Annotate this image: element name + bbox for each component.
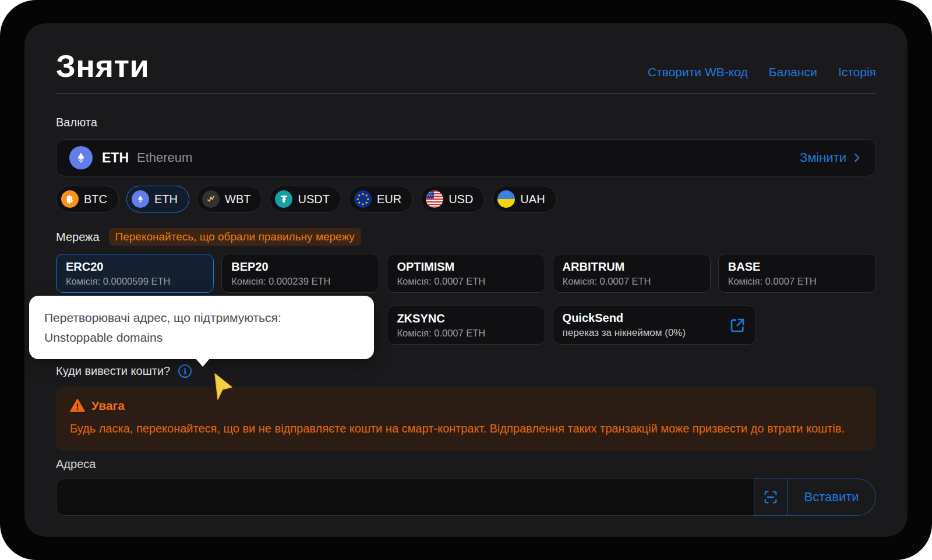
chip-eth[interactable]: ETH xyxy=(126,186,189,212)
network-fee: Комісія: 0.0000599 ETH xyxy=(66,276,204,287)
chip-usdt-label: USDT xyxy=(298,193,329,206)
btc-icon: ฿ xyxy=(61,190,79,208)
network-fee: Комісія: 0.000239 ETH xyxy=(231,276,369,287)
external-link-icon xyxy=(729,317,746,334)
uah-flag-icon xyxy=(497,190,515,208)
mouse-cursor xyxy=(210,373,235,402)
network-card-optimism[interactable]: OPTIMISM Комісія: 0.0007 ETH xyxy=(387,254,545,293)
paste-button[interactable]: Вставити xyxy=(788,479,876,516)
chip-wbt[interactable]: WBT xyxy=(197,186,262,212)
selected-currency-name: Ethereum xyxy=(137,150,192,165)
currency-selector[interactable]: ETH Ethereum Змінити xyxy=(56,139,876,176)
eth-icon xyxy=(69,146,93,169)
tooltip-line-2: Unstoppable domains xyxy=(44,328,359,348)
chip-eth-label: ETH xyxy=(154,193,178,206)
network-card-bep20[interactable]: BEP20 Комісія: 0.000239 ETH xyxy=(221,254,379,293)
network-name: QuickSend xyxy=(563,311,686,325)
change-currency-button[interactable]: Змінити xyxy=(800,150,863,165)
address-row: Вставити xyxy=(56,479,876,516)
tooltip-arrow xyxy=(196,359,210,367)
network-card-arbitrum[interactable]: ARBITRUM Комісія: 0.0007 ETH xyxy=(553,254,711,293)
destination-row: Куди вивести кошти? i xyxy=(56,364,876,378)
destination-question: Куди вивести кошти? xyxy=(56,364,170,378)
nav-link-balances[interactable]: Баланси xyxy=(769,65,817,79)
chip-eur[interactable]: EUR xyxy=(349,186,413,212)
info-icon[interactable]: i xyxy=(178,364,192,378)
network-card-erc20[interactable]: ERC20 Комісія: 0.0000599 ETH xyxy=(56,254,214,293)
network-card-base[interactable]: BASE Комісія: 0.0007 ETH xyxy=(718,254,876,293)
chip-usd[interactable]: USD xyxy=(421,186,485,212)
page-title: Зняти xyxy=(56,48,149,84)
chip-uah-label: UAH xyxy=(520,193,545,206)
header-divider xyxy=(56,93,876,94)
eur-flag-icon xyxy=(354,190,372,208)
wbt-icon xyxy=(202,190,220,208)
chip-usdt[interactable]: ₮ USDT xyxy=(270,186,341,212)
qr-scan-icon xyxy=(762,489,779,505)
nav-links: Створити WB-код Баланси Історія xyxy=(648,65,876,84)
header: Зняти Створити WB-код Баланси Історія xyxy=(56,23,876,84)
chip-btc[interactable]: ฿ BTC xyxy=(56,186,119,212)
nav-link-create-wb-code[interactable]: Створити WB-код xyxy=(648,65,748,79)
selected-currency-ticker: ETH xyxy=(102,150,129,166)
warning-title: Увага xyxy=(91,399,125,413)
warning-header: Увага xyxy=(70,399,862,413)
address-input[interactable] xyxy=(56,479,754,516)
currency-label: Валюта xyxy=(56,116,876,129)
network-name: BEP20 xyxy=(231,260,369,274)
network-label: Мережа xyxy=(56,231,100,244)
network-name: ERC20 xyxy=(66,260,204,274)
network-card-zksync[interactable]: ZKSYNC Комісія: 0.0007 ETH xyxy=(387,306,545,345)
chip-usd-label: USD xyxy=(449,193,473,206)
network-fee: Комісія: 0.0007 ETH xyxy=(397,328,535,339)
network-name: BASE xyxy=(728,260,866,274)
network-name: ZKSYNC xyxy=(397,312,535,325)
chip-eur-label: EUR xyxy=(377,193,401,206)
network-name: ARBITRUM xyxy=(563,260,701,274)
withdraw-screen: Зняти Створити WB-код Баланси Історія Ва… xyxy=(24,23,908,537)
qr-scan-button[interactable] xyxy=(754,479,788,516)
device-frame: Зняти Створити WB-код Баланси Історія Ва… xyxy=(0,0,932,560)
warning-triangle-icon xyxy=(70,399,85,413)
eth-icon xyxy=(132,190,149,208)
network-card-quicksend[interactable]: QuickSend переказ за нікнеймом (0%) xyxy=(553,306,756,345)
change-currency-label: Змінити xyxy=(800,150,846,165)
usdt-icon: ₮ xyxy=(275,190,292,208)
network-fee: переказ за нікнеймом (0%) xyxy=(563,327,686,339)
chip-wbt-label: WBT xyxy=(225,193,250,206)
network-fee: Комісія: 0.0007 ETH xyxy=(563,276,701,287)
warning-body: Будь ласка, переконайтеся, що ви не відп… xyxy=(70,420,845,438)
nav-link-history[interactable]: Історія xyxy=(838,65,876,79)
paste-button-label: Вставити xyxy=(804,490,859,505)
network-fee: Комісія: 0.0007 ETH xyxy=(728,276,866,287)
usd-flag-icon xyxy=(426,190,443,208)
warning-banner: Увага Будь ласка, переконайтеся, що ви н… xyxy=(56,387,876,451)
tooltip-line-1: Перетворювачі адрес, що підтримуються: xyxy=(44,308,359,328)
network-fee: Комісія: 0.0007 ETH xyxy=(397,276,535,287)
chip-btc-label: BTC xyxy=(84,193,107,206)
network-warning-badge: Переконайтесь, що обрали правильну мереж… xyxy=(109,228,361,246)
currency-chips: ฿ BTC ETH WBT ₮ USDT xyxy=(56,186,876,212)
address-label: Адреса xyxy=(56,458,876,471)
network-name: OPTIMISM xyxy=(397,260,535,274)
chevron-right-icon xyxy=(851,152,863,164)
network-row: Мережа Переконайтесь, що обрали правильн… xyxy=(56,228,876,246)
address-converters-tooltip: Перетворювачі адрес, що підтримуються: U… xyxy=(29,296,374,359)
chip-uah[interactable]: UAH xyxy=(492,186,556,212)
